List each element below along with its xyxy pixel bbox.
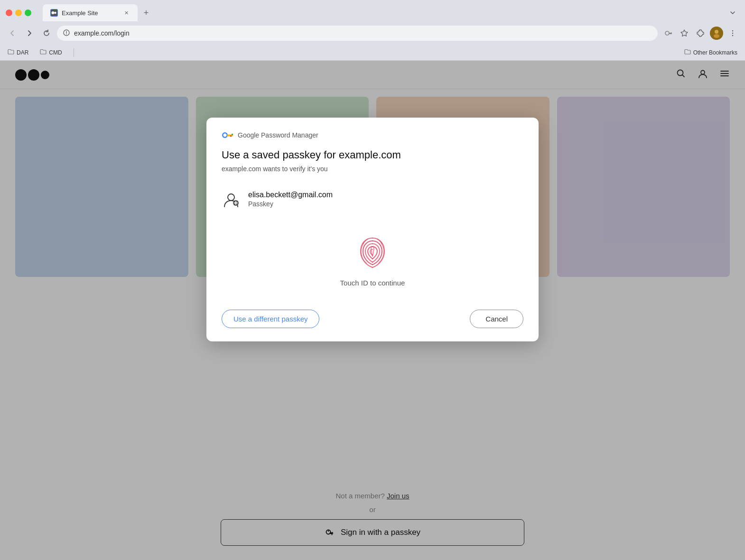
dialog-buttons: Use a different passkey Cancel — [222, 306, 523, 328]
account-info: elisa.beckett@gmail.com Passkey — [248, 191, 333, 208]
svg-point-11 — [732, 33, 733, 34]
folder-icon-2 — [40, 49, 47, 56]
account-row: elisa.beckett@gmail.com Passkey — [222, 184, 523, 214]
svg-point-12 — [732, 35, 733, 36]
bookmark-dar-label: DAR — [17, 49, 28, 56]
other-bookmarks[interactable]: Other Bookmarks — [682, 48, 739, 57]
gpm-key-icon — [222, 131, 235, 139]
page-content: Not a member? Join us or Sign in with a … — [0, 61, 745, 560]
passkey-dialog: Google Password Manager Use a saved pass… — [206, 118, 539, 341]
svg-rect-7 — [670, 33, 671, 34]
cancel-button[interactable]: Cancel — [470, 310, 523, 328]
fingerprint-section: Touch ID to continue — [222, 224, 523, 296]
minimize-window-button[interactable] — [15, 9, 22, 16]
account-email: elisa.beckett@gmail.com — [248, 191, 333, 199]
dialog-title: Use a saved passkey for example.com — [222, 149, 523, 161]
tab-close-button[interactable]: ✕ — [122, 9, 130, 17]
bookmark-cmd-label: CMD — [49, 49, 62, 56]
address-bar[interactable]: example.com/login — [57, 26, 658, 41]
reload-button[interactable] — [40, 27, 53, 40]
svg-rect-21 — [230, 136, 232, 137]
svg-rect-20 — [232, 134, 233, 135]
tab-list-dropdown[interactable] — [726, 6, 739, 19]
dialog-header: Google Password Manager — [222, 131, 523, 139]
bookmark-star-icon[interactable] — [678, 27, 691, 40]
bookmarks-bar: DAR CMD Other Bookmarks — [0, 45, 745, 61]
fingerprint-icon — [354, 233, 391, 271]
profile-avatar[interactable] — [710, 27, 723, 40]
svg-point-9 — [714, 34, 719, 38]
tab-favicon — [50, 9, 58, 17]
svg-point-10 — [732, 30, 733, 31]
folder-icon-3 — [684, 49, 691, 56]
svg-point-8 — [715, 30, 718, 34]
address-actions — [661, 27, 739, 40]
bookmark-dar[interactable]: DAR — [6, 48, 30, 57]
touch-id-text: Touch ID to continue — [340, 279, 405, 287]
address-bar-row: example.com/login — [0, 22, 745, 45]
title-bar: Example Site ✕ + — [0, 0, 745, 22]
svg-point-18 — [224, 134, 227, 137]
svg-rect-6 — [671, 32, 672, 33]
tab-title: Example Site — [62, 9, 119, 17]
extensions-icon[interactable] — [694, 27, 707, 40]
account-type: Passkey — [248, 200, 333, 208]
close-window-button[interactable] — [6, 9, 12, 16]
svg-point-4 — [665, 31, 669, 35]
active-tab[interactable]: Example Site ✕ — [43, 4, 138, 21]
bookmark-cmd[interactable]: CMD — [38, 48, 64, 57]
new-tab-button[interactable]: + — [140, 6, 153, 19]
security-icon — [63, 29, 70, 38]
back-button[interactable] — [6, 27, 19, 40]
fullscreen-window-button[interactable] — [25, 9, 31, 16]
address-text: example.com/login — [74, 29, 652, 37]
browser-chrome: Example Site ✕ + example.com/login — [0, 0, 745, 61]
svg-point-1 — [52, 11, 55, 14]
folder-icon — [8, 49, 14, 56]
svg-point-2 — [54, 12, 56, 14]
different-passkey-button[interactable]: Use a different passkey — [222, 310, 319, 328]
password-manager-icon[interactable] — [661, 27, 675, 40]
other-bookmarks-label: Other Bookmarks — [693, 49, 737, 56]
gpm-logo: Google Password Manager — [222, 131, 318, 139]
traffic-lights — [6, 9, 31, 16]
svg-point-22 — [228, 194, 234, 201]
gpm-title: Google Password Manager — [238, 131, 318, 139]
menu-icon[interactable] — [726, 27, 739, 40]
forward-button[interactable] — [23, 27, 36, 40]
tab-bar: Example Site ✕ + — [43, 4, 739, 21]
account-icon — [222, 190, 241, 209]
dialog-subtitle: example.com wants to verify it's you — [222, 165, 523, 173]
